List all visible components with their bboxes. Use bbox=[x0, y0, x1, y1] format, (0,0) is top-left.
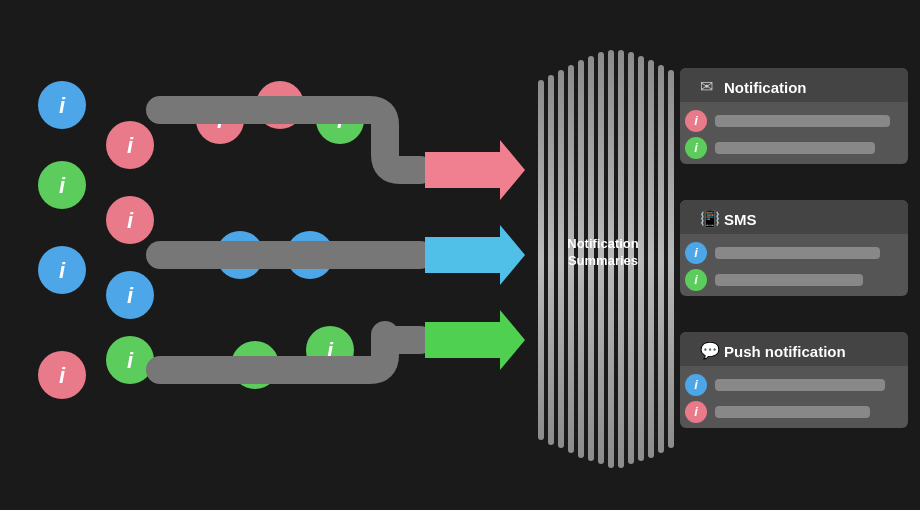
svg-text:Notification: Notification bbox=[567, 236, 639, 251]
svg-rect-34 bbox=[538, 80, 544, 440]
svg-text:i: i bbox=[694, 140, 698, 155]
svg-text:i: i bbox=[127, 133, 134, 158]
svg-rect-46 bbox=[658, 65, 664, 453]
svg-text:i: i bbox=[59, 258, 66, 283]
svg-text:i: i bbox=[127, 208, 134, 233]
svg-text:i: i bbox=[59, 93, 66, 118]
diagram-svg: i i i i i i i i i i i i bbox=[0, 0, 920, 510]
svg-text:✉: ✉ bbox=[700, 78, 713, 95]
svg-rect-79 bbox=[715, 406, 870, 418]
svg-text:💬: 💬 bbox=[700, 341, 720, 360]
svg-rect-47 bbox=[668, 70, 674, 448]
svg-rect-56 bbox=[715, 115, 890, 127]
svg-rect-35 bbox=[548, 75, 554, 445]
sms-panel-title: SMS bbox=[724, 211, 757, 228]
svg-rect-44 bbox=[638, 56, 644, 461]
svg-text:i: i bbox=[127, 348, 134, 373]
svg-text:i: i bbox=[694, 245, 698, 260]
svg-text:i: i bbox=[694, 404, 698, 419]
svg-text:i: i bbox=[59, 173, 66, 198]
svg-rect-36 bbox=[558, 70, 564, 448]
notification-panel-title: Notification bbox=[724, 79, 807, 96]
svg-text:📳: 📳 bbox=[700, 209, 720, 228]
svg-rect-76 bbox=[715, 379, 885, 391]
svg-text:i: i bbox=[59, 363, 66, 388]
svg-rect-66 bbox=[715, 247, 880, 259]
svg-text:i: i bbox=[694, 113, 698, 128]
svg-text:i: i bbox=[694, 272, 698, 287]
svg-rect-45 bbox=[648, 60, 654, 458]
main-container: i i i i i i i i i i i i bbox=[0, 0, 920, 510]
svg-rect-59 bbox=[715, 142, 875, 154]
svg-text:i: i bbox=[694, 377, 698, 392]
push-panel-title: Push notification bbox=[724, 343, 846, 360]
svg-text:i: i bbox=[127, 283, 134, 308]
svg-text:Summaries: Summaries bbox=[568, 253, 638, 268]
svg-rect-69 bbox=[715, 274, 863, 286]
